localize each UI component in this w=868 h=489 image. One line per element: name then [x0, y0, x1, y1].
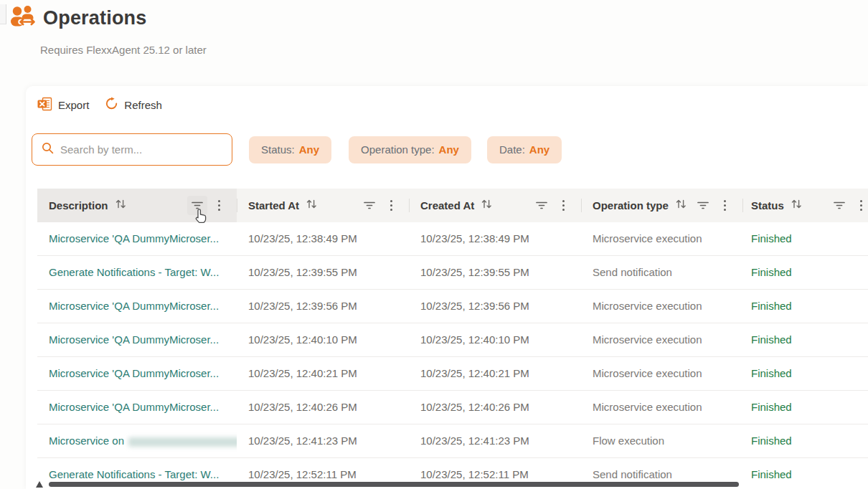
- chip-value: Any: [439, 143, 459, 156]
- search-box: [32, 133, 232, 166]
- description-link[interactable]: Microservice 'QA DummyMicroser...: [49, 401, 219, 413]
- refresh-icon: [105, 97, 118, 113]
- kebab-menu-icon[interactable]: [858, 197, 864, 214]
- started-at-cell: 10/23/25, 12:39:56 PM: [237, 290, 409, 323]
- description-link[interactable]: Microservice 'QA DummyMicroser...: [49, 333, 219, 346]
- refresh-button[interactable]: Refresh: [105, 97, 162, 113]
- operations-table: Description Started At: [37, 189, 868, 489]
- operation-type-cell: Microservice execution: [581, 323, 742, 356]
- operations-card: Export Refresh Status: Any: [26, 86, 868, 489]
- kebab-menu-icon[interactable]: [722, 197, 728, 214]
- table-row[interactable]: Microservice 'QA DummyMicroser... 10/23/…: [37, 391, 868, 424]
- column-header-operation-type[interactable]: Operation type: [581, 189, 742, 222]
- status-cell: Finished: [742, 424, 868, 457]
- started-at-cell: 10/23/25, 12:41:23 PM: [237, 424, 409, 457]
- description-link[interactable]: Microservice 'QA DummyMicroser...: [49, 300, 219, 312]
- created-at-cell: 10/23/25, 12:41:23 PM: [409, 424, 581, 457]
- operation-type-cell: Microservice execution: [581, 290, 742, 323]
- operation-type-cell: Microservice execution: [581, 222, 742, 255]
- operation-type-cell: Microservice execution: [581, 391, 742, 424]
- chip-value: Any: [529, 143, 549, 156]
- operation-type-cell: Flow execution: [581, 424, 742, 457]
- started-at-cell: 10/23/25, 12:39:55 PM: [237, 256, 409, 289]
- filter-icon[interactable]: [359, 196, 379, 215]
- column-header-description[interactable]: Description: [37, 189, 237, 222]
- table-body: Microservice 'QA DummyMicroser... 10/23/…: [37, 222, 868, 489]
- table-row[interactable]: Microservice 'QA DummyMicroser... 10/23/…: [37, 222, 868, 256]
- operation-type-cell: Send notification: [581, 256, 742, 289]
- excel-file-icon: [37, 97, 52, 113]
- column-header-created-at[interactable]: Created At: [409, 189, 581, 222]
- filter-row: Status: Any Operation type: Any Date: An…: [32, 133, 562, 166]
- status-cell: Finished: [742, 222, 868, 255]
- table-row[interactable]: Generate Notifications - Target: W... 10…: [37, 256, 868, 290]
- column-header-status[interactable]: Status: [742, 189, 868, 222]
- column-label[interactable]: Status: [751, 199, 784, 212]
- created-at-cell: 10/23/25, 12:40:26 PM: [409, 391, 581, 424]
- horizontal-scrollbar-thumb[interactable]: [49, 482, 739, 487]
- status-cell: Finished: [742, 323, 868, 356]
- kebab-menu-icon[interactable]: [388, 197, 395, 214]
- kebab-menu-icon[interactable]: [216, 197, 222, 214]
- filter-icon[interactable]: [532, 196, 552, 215]
- chip-label: Status:: [261, 143, 295, 156]
- created-at-cell: 10/23/25, 12:39:55 PM: [409, 256, 581, 289]
- table-header-row: Description Started At: [37, 189, 868, 222]
- window-edge-artifact: [0, 4, 6, 24]
- refresh-label: Refresh: [124, 99, 162, 111]
- description-link[interactable]: Generate Notifications - Target: W...: [49, 266, 219, 278]
- users-swap-icon: [10, 4, 36, 32]
- sort-updown-icon[interactable]: [675, 199, 687, 212]
- description-link[interactable]: Microservice 'QA DummyMicroser...: [49, 367, 219, 379]
- description-link[interactable]: Microservice on: [49, 435, 237, 447]
- started-at-cell: 10/23/25, 12:38:49 PM: [237, 222, 409, 255]
- filter-icon[interactable]: [693, 196, 713, 215]
- status-cell: Finished: [742, 256, 868, 289]
- description-link[interactable]: Generate Notifications - Target: W...: [49, 468, 219, 480]
- page-subtitle: Requires FlexxAgent 25.12 or later: [40, 44, 207, 56]
- filter-chip-operation-type[interactable]: Operation type: Any: [349, 136, 471, 163]
- kebab-menu-icon[interactable]: [560, 197, 567, 214]
- sort-updown-icon[interactable]: [306, 199, 318, 212]
- toolbar: Export Refresh: [37, 95, 162, 115]
- column-label[interactable]: Description: [49, 199, 108, 212]
- export-button[interactable]: Export: [37, 97, 89, 113]
- table-row[interactable]: Microservice 'QA DummyMicroser... 10/23/…: [37, 323, 868, 357]
- status-cell: Finished: [742, 391, 868, 424]
- sort-updown-icon[interactable]: [481, 199, 493, 212]
- status-cell: Finished: [742, 290, 868, 323]
- table-row[interactable]: Microservice 'QA DummyMicroser... 10/23/…: [37, 357, 868, 391]
- description-link[interactable]: Microservice 'QA DummyMicroser...: [49, 232, 219, 244]
- started-at-cell: 10/23/25, 12:40:10 PM: [237, 323, 409, 356]
- column-label[interactable]: Created At: [420, 199, 474, 212]
- sort-updown-icon[interactable]: [791, 199, 803, 212]
- horizontal-scrollbar[interactable]: [22, 480, 868, 489]
- chip-label: Operation type:: [361, 143, 435, 156]
- status-cell: Finished: [742, 357, 868, 390]
- search-input[interactable]: [60, 143, 223, 156]
- column-label[interactable]: Operation type: [593, 199, 669, 212]
- filter-icon[interactable]: [829, 196, 849, 215]
- column-label[interactable]: Started At: [248, 199, 299, 212]
- started-at-cell: 10/23/25, 12:40:21 PM: [237, 357, 409, 390]
- created-at-cell: 10/23/25, 12:40:10 PM: [409, 323, 581, 356]
- chip-label: Date:: [499, 143, 525, 156]
- filter-icon[interactable]: [187, 196, 207, 215]
- filter-chip-status[interactable]: Status: Any: [249, 136, 331, 163]
- export-label: Export: [58, 99, 89, 111]
- created-at-cell: 10/23/25, 12:39:56 PM: [409, 290, 581, 323]
- started-at-cell: 10/23/25, 12:40:26 PM: [237, 391, 409, 424]
- page-title: Operations: [43, 7, 147, 29]
- scrollbar-arrow: [36, 481, 43, 488]
- sort-updown-icon[interactable]: [115, 199, 127, 212]
- operation-type-cell: Microservice execution: [581, 357, 742, 390]
- chip-value: Any: [299, 143, 319, 156]
- created-at-cell: 10/23/25, 12:40:21 PM: [409, 357, 581, 390]
- table-row[interactable]: Microservice on 10/23/25, 12:41:23 PM 10…: [37, 424, 868, 458]
- column-header-started-at[interactable]: Started At: [237, 189, 409, 222]
- created-at-cell: 10/23/25, 12:38:49 PM: [409, 222, 581, 255]
- filter-chip-date[interactable]: Date: Any: [487, 136, 562, 163]
- search-icon: [41, 141, 55, 158]
- table-row[interactable]: Microservice 'QA DummyMicroser... 10/23/…: [37, 290, 868, 323]
- redacted-text: [128, 437, 237, 447]
